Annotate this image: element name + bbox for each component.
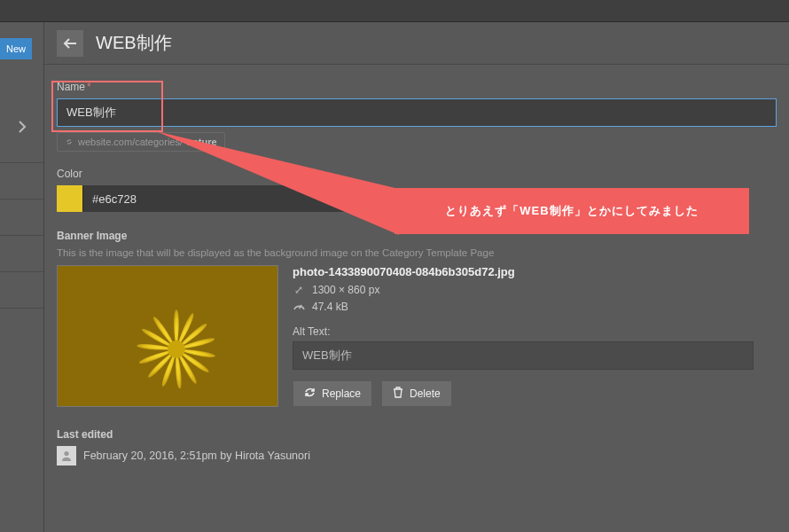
back-button[interactable] (57, 30, 83, 57)
url-preview: website.com/categories/nature (57, 132, 225, 152)
required-marker: * (87, 81, 91, 93)
chevron-right-icon (18, 121, 27, 133)
banner-description: This is the image that will be displayed… (57, 247, 777, 258)
last-edited-text: February 20, 2016, 2:51pm by Hirota Yasu… (83, 450, 310, 462)
rail-separator (0, 308, 43, 309)
banner-dimensions: ⤢ 1300 × 860 px (293, 284, 777, 296)
content-area: Name* website.com/categories/nature Colo… (44, 65, 789, 466)
left-rail: New (0, 22, 44, 532)
banner-filesize: 47.4 kB (293, 300, 777, 313)
name-label: Name* (57, 81, 777, 93)
page-title: WEB制作 (96, 31, 172, 55)
alt-text-label: Alt Text: (293, 325, 777, 338)
arrow-left-icon (63, 37, 77, 50)
last-edited-label: Last edited (57, 428, 777, 441)
color-picker[interactable]: #e6c728 (57, 185, 367, 212)
link-icon (65, 137, 74, 146)
rail-separator (0, 199, 43, 200)
delete-button[interactable]: Delete (381, 380, 452, 407)
name-input[interactable] (57, 98, 777, 127)
color-swatch (57, 185, 83, 212)
gauge-icon (293, 300, 305, 313)
rail-separator (0, 271, 43, 272)
avatar (57, 446, 76, 466)
refresh-icon (304, 387, 316, 401)
expand-sidebar-button[interactable] (0, 109, 44, 145)
top-bar (0, 0, 789, 22)
svg-point-3 (64, 451, 68, 456)
annotation-callout: とりあえず「WEB制作」とかにしてみました (394, 188, 749, 234)
expand-icon: ⤢ (293, 284, 305, 296)
color-value: #e6c728 (83, 185, 367, 212)
rail-separator (0, 235, 43, 236)
svg-point-1 (168, 340, 185, 358)
panel-header: WEB制作 (44, 22, 789, 65)
banner-thumbnail[interactable] (57, 265, 278, 407)
main-panel: WEB制作 Name* website.com/categories/natur… (44, 22, 789, 532)
trash-icon (393, 387, 403, 401)
svg-line-2 (299, 305, 301, 309)
alt-text-input[interactable] (293, 341, 754, 370)
new-button[interactable]: New (0, 38, 32, 59)
user-icon (60, 450, 73, 462)
rail-separator (0, 162, 43, 163)
banner-filename: photo-1433890070408-084b6b305d72.jpg (293, 265, 777, 278)
color-label: Color (57, 168, 777, 180)
replace-button[interactable]: Replace (293, 380, 372, 407)
